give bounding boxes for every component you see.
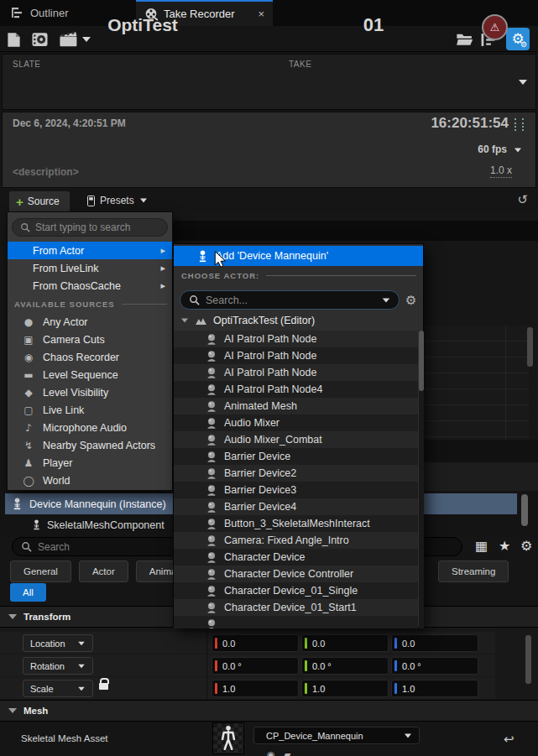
source-item-level-visibility[interactable]: ◆ Level Visibility <box>8 383 172 401</box>
lock-icon[interactable] <box>99 678 108 690</box>
details-column-divider[interactable] <box>206 628 207 700</box>
location-x-field[interactable]: 0.0 <box>212 634 299 652</box>
location-z-field[interactable]: 0.0 <box>391 634 478 652</box>
actor-item-ai-patrol-path-node[interactable]: AI Patrol Path Node <box>174 347 418 364</box>
location-dropdown[interactable]: Location <box>23 634 93 652</box>
description-placeholder[interactable]: <description> <box>13 166 79 178</box>
take-number-field[interactable]: 01 <box>348 14 399 36</box>
actor-list-scrollbar-thumb[interactable] <box>419 331 424 391</box>
open-folder-button[interactable] <box>456 29 473 50</box>
source-item-microphone-audio[interactable]: ♪ Microphone Audio <box>8 419 172 436</box>
actor-item-barrier-device3[interactable]: Barrier Device3 <box>174 482 418 498</box>
rotation-dropdown[interactable]: Rotation <box>23 657 93 675</box>
asset-browse-icon[interactable]: ▰ <box>284 749 290 756</box>
source-item-camera-cuts[interactable]: ▣ Camera Cuts <box>8 331 172 348</box>
rotation-y-field[interactable]: 0.0 ° <box>301 657 389 675</box>
scale-x-field[interactable]: 1.0 <box>212 680 299 697</box>
playback-speed[interactable]: 1.0 x <box>490 164 512 178</box>
mannequin-icon <box>219 725 238 752</box>
menu-item-from-livelink[interactable]: From LiveLink ▸ <box>8 259 172 277</box>
filter-all-button[interactable]: All <box>10 583 46 602</box>
actor-item-barrier-device2[interactable]: Barrier Device2 <box>174 465 418 482</box>
picker-settings-gear-icon[interactable]: ⚙ <box>405 293 416 308</box>
favorites-star-icon[interactable]: ★ <box>499 538 510 554</box>
rotation-x-field[interactable]: 0.0 ° <box>212 657 299 675</box>
scale-dropdown[interactable]: Scale <box>23 680 93 697</box>
actor-item-character-device-controller[interactable]: Character Device Controller <box>174 566 418 582</box>
slate-label: SLATE <box>13 60 40 69</box>
menu-search-placeholder: Start typing to search <box>35 222 130 233</box>
mesh-thumbnail[interactable] <box>212 722 244 754</box>
revert-changes-icon[interactable]: ↺ <box>517 192 528 207</box>
review-recordings-button[interactable] <box>31 29 49 50</box>
menu-item-from-actor[interactable]: From Actor ▸ <box>8 242 172 259</box>
actor-list-scrollbar[interactable] <box>419 331 424 628</box>
actor-item-ai-patrol-path-node4[interactable]: AI Patrol Path Node4 <box>174 381 418 398</box>
record-button[interactable]: ⚠ <box>482 14 508 40</box>
close-tab-icon[interactable]: × <box>258 8 264 20</box>
mouse-cursor <box>214 251 227 268</box>
actor-icon <box>206 568 217 580</box>
source-item-live-link[interactable]: ▢ Live Link <box>8 401 172 419</box>
settings-button[interactable]: ⚙ ⚙ <box>506 28 530 50</box>
filter-tab-actor[interactable]: Actor <box>79 560 128 582</box>
actor-item-ai-patrol-path-node[interactable]: AI Patrol Path Node <box>174 364 418 381</box>
mesh-asset-dropdown[interactable]: CP_Device_Mannequin <box>253 727 420 744</box>
film-review-icon <box>31 32 49 47</box>
add-device-mannequin-item[interactable]: Add 'Device Mannequin' <box>174 246 423 266</box>
mesh-section-header[interactable]: Mesh <box>0 700 538 722</box>
slate-name-field[interactable]: OptiTest <box>50 15 235 35</box>
world-root-row[interactable]: OptiTrackTest (Editor) <box>180 315 315 326</box>
framerate-value[interactable]: 60 fps <box>478 143 507 155</box>
framerate-chevron-icon[interactable] <box>514 149 521 153</box>
source-item-chaos-recorder[interactable]: ◉ Chaos Recorder <box>8 348 172 366</box>
source-item-nearby-spawned-actors[interactable]: ↯ Nearby Spawned Actors <box>8 436 172 454</box>
axis-color-bar <box>305 660 307 671</box>
scale-z-field[interactable]: 1.0 <box>391 680 478 697</box>
presets-chevron-icon <box>140 199 147 203</box>
location-y-field[interactable]: 0.0 <box>301 634 389 652</box>
actor-item-character-device[interactable]: Character Device <box>174 549 418 566</box>
new-recording-button[interactable] <box>7 29 21 50</box>
asset-use-selected-icon[interactable]: ◉ <box>267 749 275 756</box>
rotation-z-field[interactable]: 0.0 ° <box>391 657 478 675</box>
actor-item-barrier-device[interactable]: Barrier Device <box>174 448 418 465</box>
actor-item-barrier-device4[interactable]: Barrier Device4 <box>174 498 418 515</box>
actor-item-ai-patrol-path-node[interactable]: AI Patrol Path Node <box>174 331 418 347</box>
actor-item-partial[interactable] <box>174 616 418 628</box>
menu-item-from-chaoscache[interactable]: From ChaosCache ▸ <box>8 277 172 295</box>
details-scrollbar-thumb[interactable] <box>525 635 531 684</box>
filter-tab-streaming[interactable]: Streaming <box>438 560 509 582</box>
grid-view-icon[interactable]: ▦ <box>475 538 488 554</box>
actor-search-input[interactable]: Search... <box>180 290 400 310</box>
actor-icon <box>206 333 217 345</box>
chevron-down-icon <box>78 686 85 691</box>
filter-tab-general[interactable]: General <box>10 560 71 582</box>
filter-tab-row: General Actor Animati <box>10 560 195 582</box>
actor-item-animated-mesh[interactable]: Animated Mesh <box>174 398 418 414</box>
source-item-world[interactable]: ◯ World <box>8 472 172 489</box>
actor-item-camera-fixed-angle-intro[interactable]: Camera: Fixed Angle_Intro <box>174 532 418 549</box>
actor-item-character-device-01-start1[interactable]: Character Device_01_Start1 <box>174 599 418 616</box>
add-source-button[interactable]: + Source <box>8 190 71 211</box>
source-item-any-actor[interactable]: ● Any Actor <box>8 313 172 331</box>
header-divider <box>122 304 167 305</box>
actor-item-audio-mixer-combat[interactable]: Audio Mixer_Combat <box>174 431 418 448</box>
sources-scrollbar-thumb[interactable] <box>527 327 533 367</box>
menu-search-input[interactable]: Start typing to search <box>12 218 168 237</box>
presets-button[interactable]: Presets <box>84 190 151 211</box>
source-item-player[interactable]: ♟ Player <box>8 454 172 472</box>
actor-item-button-3-skeletalmeshinteract[interactable]: Button_3_SkeletalMeshInteract <box>174 515 418 532</box>
source-item-level-sequence[interactable]: ▬ Level Sequence <box>8 366 172 383</box>
actor-item-character-device-01-single[interactable]: Character Device_01_Single <box>174 582 418 599</box>
available-sources-label: AVAILABLE SOURCES <box>14 300 115 309</box>
components-scrollbar-thumb[interactable] <box>521 494 528 526</box>
transform-section-label: Transform <box>24 612 71 622</box>
reset-property-icon[interactable]: ↩ <box>504 732 514 747</box>
record-options-chevron-icon[interactable] <box>519 80 527 85</box>
actor-item-audio-mixer[interactable]: Audio Mixer <box>174 414 418 431</box>
axis-color-bar <box>394 638 397 649</box>
scale-y-field[interactable]: 1.0 <box>301 680 389 697</box>
details-settings-gear-icon[interactable]: ⚙ <box>520 538 532 554</box>
sources-column-divider <box>505 326 506 441</box>
